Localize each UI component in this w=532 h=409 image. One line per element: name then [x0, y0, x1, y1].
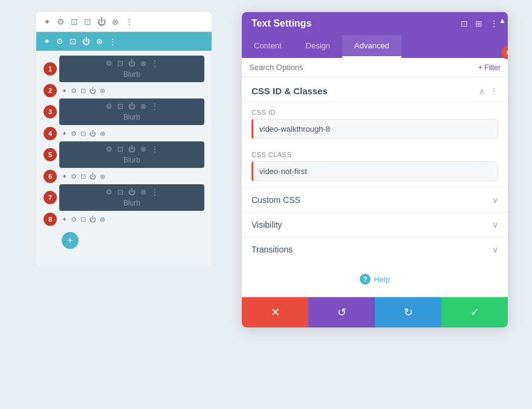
row-number-6: 6: [44, 170, 57, 183]
blurb-block-1[interactable]: ⚙ ⊡ ⏻ ⊗ ⋮ Blurb: [59, 56, 204, 82]
blurb-icons-1: ⚙ ⊡ ⏻ ⊗ ⋮: [106, 59, 158, 68]
blurb-more-icon[interactable]: ⋮: [151, 59, 158, 68]
tab-design[interactable]: Design: [294, 35, 342, 58]
css-id-label: CSS ID: [251, 109, 498, 116]
c6-dup[interactable]: ⊡: [80, 173, 86, 181]
blurb-del-icon[interactable]: ⊗: [140, 59, 146, 68]
row-number-8: 8: [44, 213, 57, 226]
add-module-button[interactable]: +: [62, 232, 79, 249]
blurb-block-5[interactable]: ⚙ ⊡ ⏻ ⊗ ⋮ Blurb: [59, 141, 204, 168]
b5-more[interactable]: ⋮: [151, 145, 158, 153]
css-class-label: CSS Class: [251, 151, 498, 158]
b3-dup[interactable]: ⊡: [117, 102, 123, 111]
section-settings-icon[interactable]: ⚙: [56, 37, 63, 46]
duplicate-icon[interactable]: ⊡: [71, 17, 78, 27]
blurb-block-7[interactable]: ⚙ ⊡ ⏻ ⊗ ⋮ Blurb: [59, 184, 204, 211]
power-icon[interactable]: ⏻: [97, 17, 106, 27]
section-more-icon[interactable]: ⋮: [109, 37, 117, 46]
b3-del[interactable]: ⊗: [140, 102, 146, 111]
section-add-icon[interactable]: ✦: [44, 37, 50, 46]
section-columns-icon[interactable]: ⊡: [70, 37, 76, 46]
c8-dup[interactable]: ⊡: [80, 216, 86, 224]
row-number-5: 5: [44, 148, 57, 161]
b3-pow[interactable]: ⏻: [128, 102, 135, 111]
c4-dup[interactable]: ⊡: [80, 130, 86, 138]
c6-add[interactable]: ✦: [62, 173, 67, 181]
css-id-input[interactable]: [251, 119, 498, 139]
b7-del[interactable]: ⊗: [140, 188, 146, 196]
search-input[interactable]: [249, 63, 478, 72]
blurb-col-5: ⚙ ⊡ ⏻ ⊗ ⋮ Blurb: [59, 141, 204, 168]
b7-pow[interactable]: ⏻: [128, 188, 135, 196]
b5-set[interactable]: ⚙: [106, 145, 112, 153]
c4-add[interactable]: ✦: [62, 130, 67, 138]
b7-more[interactable]: ⋮: [151, 188, 158, 196]
blurb-label-3: Blurb: [123, 113, 140, 121]
blurb-settings-icon[interactable]: ⚙: [106, 59, 112, 68]
c6-set[interactable]: ⚙: [71, 173, 77, 181]
tab-content[interactable]: Content: [242, 35, 294, 58]
blurb-label-1: Blurb: [123, 70, 140, 79]
b3-more[interactable]: ⋮: [151, 102, 158, 111]
blurb-icons-5: ⚙ ⊡ ⏻ ⊗ ⋮: [106, 145, 158, 153]
add-icon[interactable]: ✦: [44, 17, 51, 27]
custom-css-section[interactable]: Custom CSS ∨: [242, 187, 508, 212]
css-class-input[interactable]: [251, 161, 498, 181]
b7-set[interactable]: ⚙: [106, 188, 112, 196]
panel-content: CSS ID & Classes ∧ ⋮ CSS ID CSS Class Cu…: [242, 77, 508, 297]
help-link[interactable]: ? Help: [254, 274, 496, 285]
section-toolbar: ✦ ⚙ ⊡ ⏻ ⊗ ⋮: [36, 32, 212, 51]
c2-pow[interactable]: ⏻: [89, 87, 96, 95]
filter-label: + Filter: [478, 63, 501, 72]
undo-button[interactable]: ↺: [308, 297, 375, 327]
b5-del[interactable]: ⊗: [140, 145, 146, 153]
section-power-icon[interactable]: ⏻: [82, 37, 90, 46]
c2-del[interactable]: ⊗: [100, 87, 105, 95]
visibility-section[interactable]: Visibility ∨: [242, 212, 508, 237]
section-more-icon[interactable]: ⋮: [490, 86, 498, 96]
blurb-power-icon[interactable]: ⏻: [128, 59, 135, 68]
tab-advanced[interactable]: Advanced: [342, 35, 401, 58]
c4-set[interactable]: ⚙: [71, 130, 77, 138]
collapse-arrow[interactable]: ▲: [496, 12, 508, 29]
c4-del[interactable]: ⊗: [100, 130, 105, 138]
connector-num-4: 4: [44, 127, 59, 140]
section-collapse-icon[interactable]: ∧: [479, 86, 485, 96]
c8-add[interactable]: ✦: [62, 216, 67, 224]
b5-dup[interactable]: ⊡: [117, 145, 123, 153]
delete-icon[interactable]: ⊗: [112, 17, 119, 27]
c6-del[interactable]: ⊗: [100, 173, 105, 181]
blurb-block-3[interactable]: ⚙ ⊡ ⏻ ⊗ ⋮ Blurb: [59, 98, 204, 125]
cancel-button[interactable]: ✕: [242, 297, 308, 327]
section-delete-icon[interactable]: ⊗: [96, 37, 103, 46]
row-number-col: 1: [44, 56, 59, 82]
filter-button[interactable]: + Filter: [478, 63, 501, 72]
c8-pow[interactable]: ⏻: [89, 216, 96, 224]
b7-dup[interactable]: ⊡: [117, 188, 123, 196]
c8-del[interactable]: ⊗: [100, 216, 105, 224]
b5-pow[interactable]: ⏻: [128, 145, 135, 153]
transitions-section[interactable]: Transitions ∨: [242, 237, 508, 262]
panel-footer: ✕ ↺ ↻ ✓: [242, 297, 508, 327]
connector-row-6: 6 ✦ ⚙ ⊡ ⏻ ⊗: [44, 170, 204, 183]
c6-pow[interactable]: ⏻: [89, 173, 96, 181]
copy-icon[interactable]: ⊡: [84, 17, 91, 27]
settings-icon[interactable]: ⚙: [57, 17, 65, 27]
row-number-1: 1: [44, 62, 57, 76]
save-button[interactable]: ✓: [441, 297, 508, 327]
b3-set[interactable]: ⚙: [106, 102, 112, 111]
c8-set[interactable]: ⚙: [71, 216, 77, 224]
columns-icon[interactable]: ⊞: [475, 19, 482, 28]
more-icon[interactable]: ⋮: [125, 17, 134, 27]
blurb-icons-3: ⚙ ⊡ ⏻ ⊗ ⋮: [106, 102, 158, 111]
c4-pow[interactable]: ⏻: [89, 130, 96, 138]
redo-button[interactable]: ↻: [375, 297, 441, 327]
blurb-col-1: ⚙ ⊡ ⏻ ⊗ ⋮ Blurb: [59, 56, 204, 82]
c2-add[interactable]: ✦: [62, 87, 67, 95]
fullscreen-icon[interactable]: ⊡: [461, 19, 468, 28]
css-id-classes-section-header: CSS ID & Classes ∧ ⋮: [242, 77, 508, 103]
c2-dup[interactable]: ⊡: [80, 87, 86, 95]
connector-num-2: 2: [44, 84, 59, 97]
c2-set[interactable]: ⚙: [71, 87, 77, 95]
blurb-dup-icon[interactable]: ⊡: [117, 59, 123, 68]
